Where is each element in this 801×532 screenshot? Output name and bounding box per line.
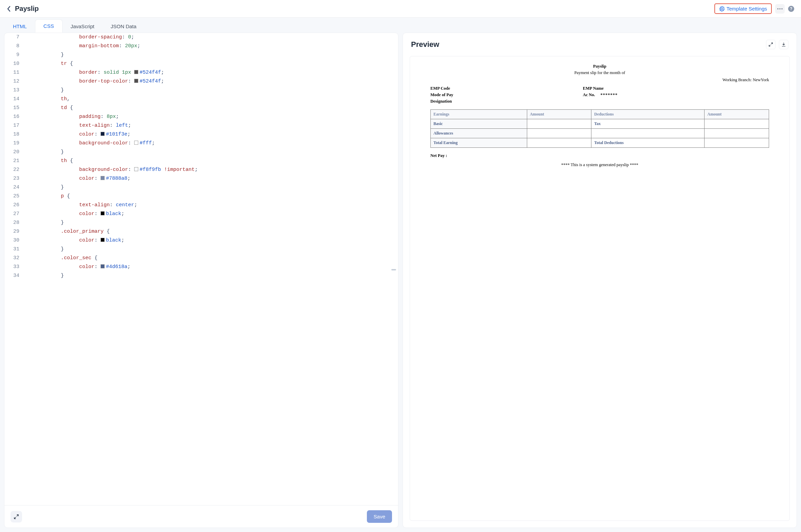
preview-panel: Preview Payslip Payment slip for the mon… xyxy=(403,33,797,528)
payslip-table: EarningsAmountDeductionsAmount BasicTaxA… xyxy=(430,109,769,148)
code-line: text-align: center; xyxy=(24,201,398,210)
code-line: .color_sec { xyxy=(24,254,398,263)
editor-tabs: HTMLCSSJavaScriptJSON Data xyxy=(0,18,801,33)
color-swatch xyxy=(134,70,138,74)
table-row: Total EarningTotal Deductions xyxy=(431,138,769,148)
code-line: border-top-color: #524f4f; xyxy=(24,77,398,86)
mode-of-pay-label: Mode of Pay xyxy=(430,92,583,97)
table-cell: Total Deductions xyxy=(591,138,705,148)
code-line: } xyxy=(24,218,398,227)
table-cell xyxy=(705,119,769,129)
tab-html[interactable]: HTML xyxy=(5,20,35,33)
back-button[interactable] xyxy=(7,6,11,12)
table-cell xyxy=(705,138,769,148)
help-button[interactable]: ? xyxy=(788,6,794,12)
expand-icon xyxy=(14,514,19,519)
emp-code-label: EMP Code xyxy=(430,86,583,91)
payslip-title: Payslip xyxy=(430,64,769,69)
color-swatch xyxy=(134,79,138,83)
expand-editor-button[interactable] xyxy=(11,511,22,522)
code-line: td { xyxy=(24,104,398,112)
table-header-row: EarningsAmountDeductionsAmount xyxy=(431,110,769,119)
payslip-footer-note: **** This is a system generated payslip … xyxy=(430,162,769,167)
code-line: } xyxy=(24,271,398,280)
gear-icon xyxy=(719,6,725,12)
table-cell xyxy=(591,129,705,138)
designation-label: Designation xyxy=(430,99,583,104)
color-swatch xyxy=(134,167,138,171)
minimap-handle[interactable] xyxy=(391,269,396,270)
table-row: Allowances xyxy=(431,129,769,138)
table-cell xyxy=(705,129,769,138)
code-line: .color_primary { xyxy=(24,227,398,236)
code-line: color: black; xyxy=(24,210,398,218)
table-header-cell: Amount xyxy=(705,110,769,119)
more-menu-button[interactable] xyxy=(775,4,785,14)
table-cell xyxy=(527,138,591,148)
svg-point-2 xyxy=(782,8,783,9)
color-swatch xyxy=(134,141,138,145)
tab-javascript[interactable]: JavaScript xyxy=(63,20,103,33)
save-button[interactable]: Save xyxy=(367,510,392,523)
table-cell: Basic xyxy=(431,119,527,129)
template-settings-label: Template Settings xyxy=(727,6,767,12)
table-cell: Tax xyxy=(591,119,705,129)
emp-name-label: EMP Name xyxy=(583,86,769,91)
code-line: background-color: #fff; xyxy=(24,139,398,148)
table-header-cell: Deductions xyxy=(591,110,705,119)
code-line: tr { xyxy=(24,59,398,68)
payslip-subtitle: Payment slip for the month of xyxy=(430,70,769,75)
net-pay-label: Net Pay : xyxy=(430,153,769,158)
svg-point-0 xyxy=(778,8,779,9)
code-line: background-color: #f8f9fb !important; xyxy=(24,165,398,174)
expand-preview-button[interactable] xyxy=(766,40,776,49)
page-header: Payslip Template Settings ? xyxy=(0,0,801,18)
code-line: } xyxy=(24,148,398,157)
code-line: } xyxy=(24,245,398,254)
code-line: padding: 8px; xyxy=(24,112,398,121)
tab-css[interactable]: CSS xyxy=(35,19,63,33)
code-line: color: #7888a8; xyxy=(24,174,398,183)
code-line: color: black; xyxy=(24,236,398,245)
download-preview-button[interactable] xyxy=(779,40,788,49)
table-row: BasicTax xyxy=(431,119,769,129)
code-line: } xyxy=(24,183,398,192)
color-swatch xyxy=(101,264,105,268)
expand-icon xyxy=(768,42,773,47)
table-cell xyxy=(527,129,591,138)
line-gutter: 7891011121314151617181920212223242526272… xyxy=(4,33,24,280)
table-cell xyxy=(527,119,591,129)
color-swatch xyxy=(101,176,105,180)
code-editor[interactable]: 7891011121314151617181920212223242526272… xyxy=(4,33,398,505)
code-line: p { xyxy=(24,192,398,201)
payslip-branch: Working Branch: NewYork xyxy=(430,77,769,83)
code-lines: border-spacing: 0; margin-bottom: 20px; … xyxy=(24,33,398,280)
color-swatch xyxy=(101,211,105,215)
color-swatch xyxy=(101,238,105,242)
tab-json-data[interactable]: JSON Data xyxy=(103,20,145,33)
table-header-cell: Earnings xyxy=(431,110,527,119)
table-cell: Allowances xyxy=(431,129,527,138)
table-header-cell: Amount xyxy=(527,110,591,119)
dots-horizontal-icon xyxy=(777,8,783,10)
code-line: text-align: left; xyxy=(24,121,398,130)
preview-document: Payslip Payment slip for the month of Wo… xyxy=(410,56,790,521)
code-line: color: #101f3e; xyxy=(24,130,398,139)
code-line: th { xyxy=(24,157,398,165)
editor-panel: 7891011121314151617181920212223242526272… xyxy=(4,33,398,528)
code-line: border-spacing: 0; xyxy=(24,33,398,42)
code-line: margin-bottom: 20px; xyxy=(24,42,398,51)
download-icon xyxy=(781,42,786,47)
code-line: color: #4d618a; xyxy=(24,263,398,271)
code-line: border: solid 1px #524f4f; xyxy=(24,68,398,77)
ac-no-label: Ac No. xyxy=(583,92,595,97)
svg-point-1 xyxy=(780,8,781,9)
template-settings-button[interactable]: Template Settings xyxy=(716,4,770,13)
code-line: } xyxy=(24,86,398,95)
template-settings-highlight: Template Settings xyxy=(714,3,772,14)
ac-no-mask: ******* xyxy=(600,92,618,97)
preview-heading: Preview xyxy=(411,40,439,49)
color-swatch xyxy=(101,132,105,136)
code-line: } xyxy=(24,51,398,59)
page-title: Payslip xyxy=(15,5,39,13)
